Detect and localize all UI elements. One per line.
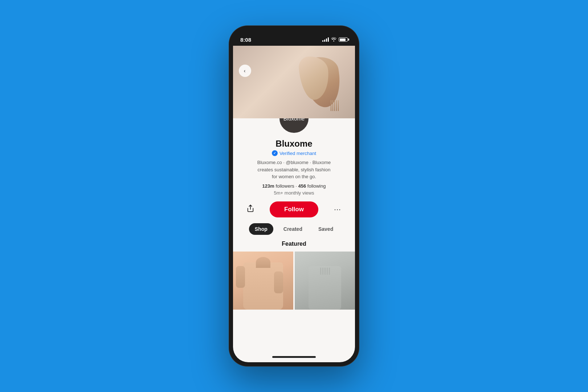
monthly-views: 5m+ monthly views [274,190,314,196]
following-count: 456 [298,183,306,189]
home-bar [272,356,316,358]
actions-row: Follow ··· [233,201,355,217]
home-indicator [233,351,355,362]
cover-fabric-decoration [301,53,344,111]
status-time: 8:08 [240,37,251,43]
bio-line3: for women on the go. [272,174,316,179]
profile-content: Bluxome Bluxome Verified merchant Bluxom… [233,118,355,351]
more-icon: ··· [334,205,341,213]
verified-row: Verified merchant [272,150,316,156]
fabric-fringe [331,100,339,111]
avatar: Bluxome [278,118,310,134]
tabs-row: Shop Created Saved [249,223,339,235]
cover-image: ‹ [233,46,355,118]
avatar-text: Bluxome [283,118,305,122]
share-button[interactable] [244,203,257,216]
scarf-decoration [309,266,341,310]
profile-name: Bluxome [275,139,312,149]
battery-icon [339,37,348,42]
bio-line1: Bluxome.co · @bluxome · Bluxome [257,160,331,165]
tab-saved[interactable]: Saved [313,223,339,235]
sleeve-right-decoration [274,271,283,293]
stats-row: 123m followers · 456 following [262,183,326,189]
back-chevron-icon: ‹ [244,68,246,74]
verified-icon [272,150,278,156]
tab-created-label: Created [283,226,302,232]
tab-created[interactable]: Created [278,223,308,235]
more-options-button[interactable]: ··· [331,203,344,216]
profile-info: Bluxome Verified merchant Bluxome.co · @… [233,139,355,201]
profile-bio: Bluxome.co · @bluxome · Bluxome creates … [257,159,331,180]
featured-images-grid [233,252,355,310]
sweater-decoration [243,262,283,310]
bio-line2: creates sustainable, stylish fashion [258,167,331,172]
verified-label: Verified merchant [279,151,316,156]
featured-title: Featured [282,241,306,247]
scarf-fringe-decoration [320,268,330,275]
tab-saved-label: Saved [318,226,333,232]
featured-image-left[interactable] [233,252,293,310]
wifi-icon [331,37,336,42]
signal-icon [322,37,329,42]
scroll-area[interactable]: ‹ Bluxome Bluxome Verified merchant [233,46,355,351]
tab-shop[interactable]: Shop [249,223,273,235]
tab-shop-label: Shop [255,226,268,232]
status-icons [322,37,348,42]
featured-image-right[interactable] [295,252,355,310]
status-bar: 8:08 [233,30,355,46]
follow-button[interactable]: Follow [270,201,318,217]
followers-count: 123m [262,183,274,189]
back-button[interactable]: ‹ [239,65,251,77]
phone-frame: 8:08 [229,25,359,367]
share-icon [246,204,254,214]
